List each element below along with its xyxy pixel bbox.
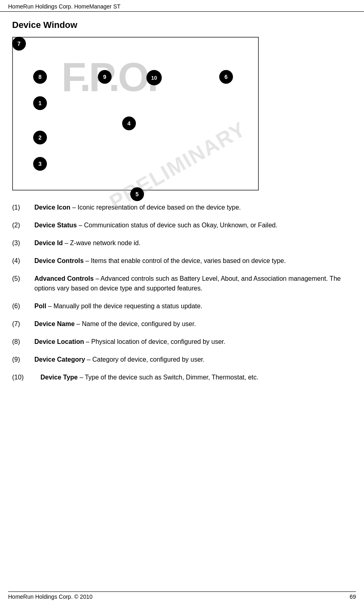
- desc-term-3: Device Id: [34, 239, 63, 246]
- circle-9: 9: [98, 70, 112, 84]
- desc-term-10: Device Type: [40, 374, 78, 381]
- header-text: HomeRun Holdings Corp. HomeManager ST: [8, 3, 121, 10]
- desc-num-9: (9): [12, 355, 34, 365]
- page-title: Device Window: [12, 20, 352, 30]
- desc-text-4: Device Controls – Items that enable cont…: [34, 256, 286, 266]
- desc-text-8: Device Location – Physical location of d…: [34, 337, 225, 347]
- circle-5: 5: [130, 187, 144, 201]
- desc-item-1: (1) Device Icon – Iconic representation …: [12, 203, 352, 212]
- device-window-diagram: F.P.O. PRELIMINARY 7 8 9 10 6 1 4 2 3: [12, 37, 259, 191]
- desc-term-6: Poll: [34, 303, 46, 309]
- page-header: HomeRun Holdings Corp. HomeManager ST: [0, 0, 364, 12]
- desc-text-10: Device Type – Type of the device such as…: [40, 373, 258, 382]
- circle-3: 3: [33, 157, 47, 171]
- circle-1: 1: [33, 96, 47, 110]
- desc-term-5: Advanced Controls: [34, 275, 94, 282]
- desc-term-7: Device Name: [34, 320, 75, 327]
- desc-num-7: (7): [12, 319, 34, 329]
- desc-text-2: Device Status – Communication status of …: [34, 220, 277, 230]
- desc-term-8: Device Location: [34, 338, 84, 345]
- page-footer: HomeRun Holdings Corp. © 2010 69: [8, 591, 356, 600]
- desc-item-8: (8) Device Location – Physical location …: [12, 337, 352, 347]
- desc-term-2: Device Status: [34, 222, 77, 229]
- footer-left: HomeRun Holdings Corp. © 2010: [8, 593, 93, 600]
- desc-text-5: Advanced Controls – Advanced controls su…: [34, 274, 352, 293]
- desc-item-9: (9) Device Category – Category of device…: [12, 355, 352, 365]
- desc-item-3: (3) Device Id – Z-wave network node id.: [12, 238, 352, 248]
- footer-right: 69: [349, 593, 356, 600]
- desc-text-9: Device Category – Category of device, co…: [34, 355, 205, 365]
- desc-text-6: Poll – Manually poll the device requesti…: [34, 301, 202, 311]
- desc-num-1: (1): [12, 203, 34, 212]
- desc-text-3: Device Id – Z-wave network node id.: [34, 238, 140, 248]
- circle-4: 4: [122, 117, 136, 130]
- circle-10: 10: [146, 70, 162, 85]
- desc-item-7: (7) Device Name – Name of the device, co…: [12, 319, 352, 329]
- desc-num-10: (10): [12, 373, 40, 382]
- desc-item-10: (10) Device Type – Type of the device su…: [12, 373, 352, 382]
- circle-7: 7: [12, 37, 26, 51]
- desc-term-4: Device Controls: [34, 257, 84, 264]
- desc-item-4: (4) Device Controls – Items that enable …: [12, 256, 352, 266]
- circle-2: 2: [33, 131, 47, 144]
- main-content: Device Window F.P.O. PRELIMINARY 7 8 9 1…: [0, 12, 364, 415]
- desc-item-6: (6) Poll – Manually poll the device requ…: [12, 301, 352, 311]
- desc-num-3: (3): [12, 238, 34, 248]
- desc-num-4: (4): [12, 256, 34, 266]
- desc-text-7: Device Name – Name of the device, config…: [34, 319, 196, 329]
- desc-num-6: (6): [12, 301, 34, 311]
- desc-term-9: Device Category: [34, 356, 85, 363]
- circle-8: 8: [33, 70, 47, 84]
- description-list: (1) Device Icon – Iconic representation …: [12, 203, 352, 382]
- circle-6: 6: [219, 70, 233, 84]
- watermark-text: PRELIMINARY: [105, 117, 250, 214]
- desc-text-1: Device Icon – Iconic representation of d…: [34, 203, 241, 212]
- desc-num-5: (5): [12, 274, 34, 293]
- desc-num-8: (8): [12, 337, 34, 347]
- desc-term-1: Device Icon: [34, 204, 70, 211]
- desc-item-2: (2) Device Status – Communication status…: [12, 220, 352, 230]
- desc-num-2: (2): [12, 220, 34, 230]
- desc-item-5: (5) Advanced Controls – Advanced control…: [12, 274, 352, 293]
